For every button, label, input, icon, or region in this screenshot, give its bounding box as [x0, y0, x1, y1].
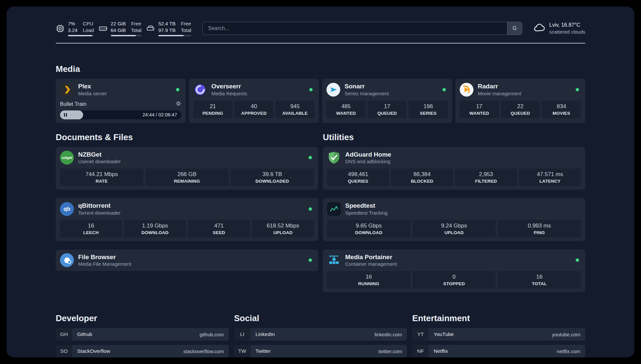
service-link-radarr[interactable]: Radarr Movie management [460, 82, 581, 97]
stat-label: DOWNLOAD [328, 230, 409, 235]
bookmark-name: Twitter [256, 348, 271, 354]
disk-total-value: 97.9 TB [158, 27, 175, 34]
service-link-speedtest[interactable]: Speedtest Speedtest Tracking [327, 202, 581, 216]
status-dot [309, 156, 312, 159]
cpu-percent: 7% [68, 20, 77, 27]
service-card-portainer: Media Portainer Container management 16 … [323, 250, 585, 292]
memory-text: 22 GiB 64 GiB Free Total [111, 20, 142, 36]
service-desc: Torrent downloader [78, 210, 120, 216]
stat-label: PENDING [195, 111, 231, 116]
service-stats: 16 RUNNING 0 STOPPED 16 TOTAL [327, 271, 581, 288]
memory-widget: 22 GiB 64 GiB Free Total [99, 20, 142, 36]
radarr-icon [460, 83, 473, 97]
service-card-speedtest: Speedtest Speedtest Tracking 9.65 Gbps D… [323, 198, 585, 241]
service-card-radarr: Radarr Movie management 17 WANTED 22 QUE… [455, 79, 585, 123]
service-titles: Overseerr Media Requests [211, 82, 247, 97]
stat-label: SEED [189, 230, 249, 235]
cpu-text: 7% 3.24 CPU Load [68, 20, 94, 36]
stat-pending: 21 PENDING [193, 101, 232, 118]
service-name: Overseerr [211, 82, 247, 90]
stat-label: SERIES [410, 111, 446, 116]
bookmark-name: Netflix [434, 348, 448, 354]
weather-widget: Lviv, 16.87°C scattered clouds [534, 22, 585, 35]
bookmark-abbr: NF [412, 345, 429, 357]
stat-value: 16 [61, 223, 121, 229]
disk-label-top: Free [181, 20, 191, 27]
stat-movies: 834 MOVIES [542, 101, 581, 118]
service-link-adguard[interactable]: AdGuard Home DNS and adblocking [327, 151, 581, 165]
bookmark-abbr: LI [234, 328, 251, 341]
bookmark-github[interactable]: GH Github github.com [56, 328, 229, 341]
bookmark-body: StackOverflow stackoverflow.com [72, 345, 229, 357]
media-grid: Plex Media server Bullet Train [56, 79, 585, 123]
service-titles: AdGuard Home DNS and adblocking [345, 151, 391, 165]
stat-label: UPLOAD [414, 230, 495, 235]
sonarr-icon [326, 83, 340, 97]
service-stats: 17 WANTED 22 QUEUED 834 MOVIES [460, 101, 581, 118]
bookmark-linkedin[interactable]: LI LinkedIn linkedin.com [234, 328, 407, 341]
filebrowser-glyph [64, 258, 70, 263]
bookmark-url: linkedin.com [375, 332, 402, 337]
stat-label: RUNNING [328, 281, 409, 286]
stat-download: 9.65 Gbps DOWNLOAD [327, 220, 411, 237]
bookmark-body: Twitter twitter.com [251, 345, 407, 357]
documents-section-title: Documents & Files [56, 132, 318, 142]
media-section: Media Plex Media server [56, 64, 585, 123]
service-card-plex: Plex Media server Bullet Train [56, 79, 186, 123]
stat-label: AVAILABLE [277, 111, 313, 116]
stat-value: 744.21 Mbps [61, 171, 142, 178]
documents-stack: nzbget NZBGet Usenet downloader 744.21 M… [56, 147, 318, 271]
stat-remaining: 266 GB REMAINING [145, 168, 229, 186]
weather-location: Lviv, 16.87°C [549, 22, 585, 29]
service-card-filebrowser: File Browser Media File Management [56, 250, 318, 271]
gear-icon[interactable] [175, 101, 181, 108]
service-name: AdGuard Home [345, 151, 391, 159]
service-link-portainer[interactable]: Media Portainer Container management [327, 253, 581, 268]
search-provider-button[interactable]: G [507, 22, 522, 35]
service-link-overseerr[interactable]: Overseerr Media Requests [193, 82, 315, 97]
stat-value: 16 [328, 274, 409, 280]
stat-value: 9.24 Gbps [414, 223, 495, 229]
bookmark-url: netflix.com [557, 349, 580, 354]
service-name: Speedtest [345, 202, 387, 210]
service-titles: Speedtest Speedtest Tracking [345, 202, 387, 216]
entertainment-section-title: Entertainment [412, 313, 585, 323]
service-desc: Container management [345, 261, 397, 267]
bookmark-name: YouTube [434, 331, 454, 337]
bookmark-twitter[interactable]: TW Twitter twitter.com [234, 345, 407, 357]
service-link-filebrowser[interactable]: File Browser Media File Management [60, 253, 314, 268]
service-link-qbittorrent[interactable]: qb qBittorrent Torrent downloader [60, 202, 314, 216]
stat-rate: 744.21 Mbps RATE [60, 168, 143, 186]
disk-widget: 52.4 TB 97.9 TB Free Total [146, 20, 191, 36]
service-titles: File Browser Media File Management [78, 253, 131, 268]
service-name: Radarr [478, 82, 521, 90]
nzbget-icon: nzbget [60, 151, 74, 165]
filebrowser-icon [60, 253, 74, 267]
bookmark-youtube[interactable]: YT YouTube youtube.com [412, 328, 585, 341]
stat-stopped: 0 STOPPED [412, 271, 496, 288]
service-link-sonarr[interactable]: Sonarr Series management [326, 82, 448, 97]
stat-running: 16 RUNNING [327, 271, 411, 288]
stat-blocked: 86,384 BLOCKED [391, 168, 453, 186]
stat-value: 498,461 [328, 171, 388, 178]
bookmark-netflix[interactable]: NF Netflix netflix.com [412, 345, 585, 357]
memory-icon [99, 24, 107, 33]
service-name: Sonarr [345, 82, 389, 90]
bookmark-group-social: Social LI LinkedIn linkedin.com TW Twitt… [234, 313, 407, 357]
bookmark-url: youtube.com [552, 332, 580, 337]
search-input[interactable] [203, 22, 507, 35]
bookmark-url: stackoverflow.com [183, 349, 224, 354]
service-link-plex[interactable]: Plex Media server [60, 82, 181, 97]
service-stats: 9.65 Gbps DOWNLOAD 9.24 Gbps UPLOAD 0.99… [327, 220, 581, 237]
stat-wanted: 17 WANTED [460, 101, 499, 118]
bookmark-group-entertainment: Entertainment YT YouTube youtube.com NF … [412, 313, 585, 357]
service-link-nzbget[interactable]: nzbget NZBGet Usenet downloader [60, 151, 314, 165]
bookmark-stackoverflow[interactable]: SO StackOverflow stackoverflow.com [56, 345, 229, 357]
service-card-nzbget: nzbget NZBGet Usenet downloader 744.21 M… [56, 147, 318, 190]
plex-icon [60, 83, 74, 97]
stat-value: 266 GB [147, 171, 228, 178]
status-dot [309, 88, 313, 91]
memory-progress-bar [111, 35, 142, 36]
stat-queued: 22 QUEUED [501, 101, 540, 118]
service-card-sonarr: Sonarr Series management 485 WANTED 17 Q… [322, 79, 452, 123]
